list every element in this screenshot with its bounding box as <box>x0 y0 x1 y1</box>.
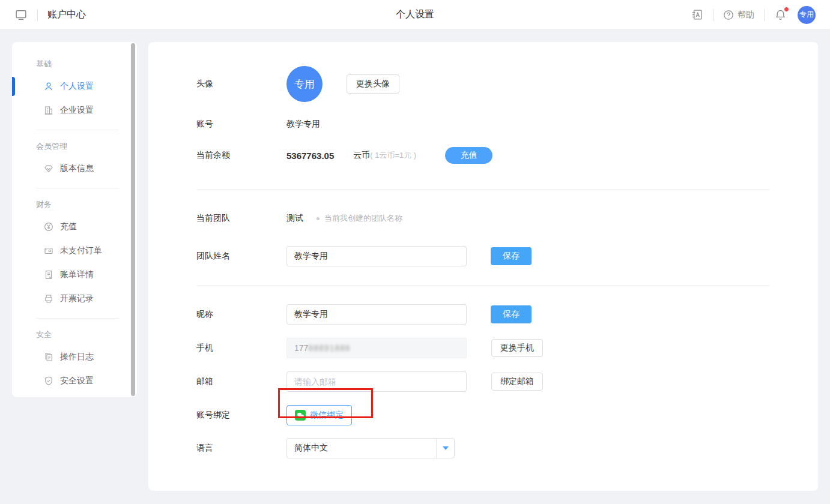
user-icon <box>43 81 54 92</box>
phone-masked-digits: 88891886 <box>308 343 350 353</box>
avatar-label: 头像 <box>196 79 286 89</box>
select-arrow-zone[interactable] <box>436 439 454 458</box>
wallet-icon <box>43 245 54 256</box>
chevron-down-icon <box>443 446 449 450</box>
nickname-row: 昵称 保存 <box>196 302 770 326</box>
email-input[interactable] <box>286 371 467 392</box>
sidebar-item-label: 操作日志 <box>60 352 94 362</box>
bind-email-button[interactable]: 绑定邮箱 <box>491 373 543 391</box>
balance-unit: 云币( 1云币=1元 ) <box>353 150 416 161</box>
phone-row: 手机 177 88891886 更换手机 <box>196 336 770 360</box>
sidebar-item-label: 充值 <box>60 221 77 232</box>
invoice-icon <box>43 293 54 304</box>
help-label: 帮助 <box>738 10 754 20</box>
avatar-row: 头像 专用 更换头像 <box>196 66 770 102</box>
yen-circle-icon <box>43 221 54 232</box>
building-icon <box>43 105 54 116</box>
sidebar-item-personal-settings[interactable]: 个人设置 <box>12 74 137 98</box>
wechat-bind-label: 微信绑定 <box>310 410 344 421</box>
active-indicator <box>12 77 15 96</box>
account-binding-row: 账号绑定 微信绑定 <box>196 403 770 427</box>
sidebar-divider <box>36 130 119 130</box>
bill-icon <box>43 269 54 280</box>
save-team-name-button[interactable]: 保存 <box>491 247 532 265</box>
gem-icon <box>43 163 54 174</box>
team-name-label: 团队姓名 <box>196 251 286 262</box>
sidebar-section-membership: 会员管理 <box>12 133 137 157</box>
sidebar-item-version-info[interactable]: 版本信息 <box>12 157 137 181</box>
personal-settings-panel: 头像 专用 更换头像 账号 教学专用 当前余额 5367763.05 云币( 1… <box>148 42 818 491</box>
balance-value: 5367763.05 <box>286 151 334 161</box>
page-title: 个人设置 <box>396 8 434 21</box>
email-label: 邮箱 <box>196 376 286 387</box>
header-user-avatar[interactable]: 专用 <box>798 6 816 24</box>
workspace-monitor-icon[interactable] <box>14 8 28 22</box>
language-select[interactable]: 简体中文 <box>286 438 455 458</box>
team-hint: 当前我创建的团队名称 <box>317 213 402 224</box>
team-name-row: 团队姓名 保存 <box>196 244 770 268</box>
language-label: 语言 <box>196 443 286 454</box>
sidebar-item-unpaid-orders[interactable]: 未支付订单 <box>12 239 137 263</box>
log-icon <box>43 352 54 362</box>
sidebar-section-security: 安全 <box>12 321 137 345</box>
save-nickname-button[interactable]: 保存 <box>491 305 532 323</box>
top-header: 账户中心 个人设置 帮助 <box>0 0 830 30</box>
account-label: 账号 <box>196 119 286 130</box>
sidebar-item-recharge[interactable]: 充值 <box>12 215 137 239</box>
account-row: 账号 教学专用 <box>196 112 770 136</box>
sidebar-item-label: 安全设置 <box>60 376 94 386</box>
team-value: 测试 <box>286 213 303 224</box>
team-name-input[interactable] <box>286 246 467 266</box>
binding-label: 账号绑定 <box>196 410 286 421</box>
sidebar-item-label: 个人设置 <box>60 81 94 92</box>
email-row: 邮箱 绑定邮箱 <box>196 370 770 394</box>
phone-label: 手机 <box>196 343 286 353</box>
sidebar-item-enterprise-settings[interactable]: 企业设置 <box>12 98 137 122</box>
phone-field-disabled: 177 88891886 <box>286 338 467 358</box>
language-selected-value: 简体中文 <box>287 443 436 454</box>
sidebar-item-label: 版本信息 <box>60 163 94 174</box>
wechat-icon <box>295 410 306 421</box>
sidebar-item-bill-details[interactable]: 账单详情 <box>12 263 137 287</box>
shield-check-icon <box>43 376 54 386</box>
recharge-button[interactable]: 充值 <box>445 147 492 164</box>
change-avatar-button[interactable]: 更换头像 <box>347 74 399 94</box>
balance-label: 当前余额 <box>196 150 286 161</box>
language-row: 语言 简体中文 <box>196 436 770 460</box>
current-team-row: 当前团队 测试 当前我创建的团队名称 <box>196 206 770 230</box>
sidebar-item-label: 未支付订单 <box>60 245 102 256</box>
sidebar-item-label: 企业设置 <box>60 105 94 116</box>
wechat-bind-button[interactable]: 微信绑定 <box>286 405 352 425</box>
sidebar-item-label: 账单详情 <box>60 269 94 280</box>
header-divider <box>37 9 38 21</box>
notifications-bell-icon[interactable] <box>774 8 787 21</box>
section-divider <box>196 189 770 190</box>
sidebar-divider <box>36 318 119 319</box>
profile-avatar: 专用 <box>286 66 323 102</box>
sidebar-section-finance: 财务 <box>12 191 137 215</box>
app-title: 账户中心 <box>47 8 86 21</box>
phone-prefix: 177 <box>294 343 308 353</box>
translate-icon[interactable] <box>691 8 703 21</box>
help-button[interactable]: 帮助 <box>723 10 754 20</box>
account-value: 教学专用 <box>286 119 320 130</box>
sidebar-item-operation-log[interactable]: 操作日志 <box>12 345 137 369</box>
sidebar-scrollbar[interactable] <box>131 43 135 396</box>
nickname-label: 昵称 <box>196 309 286 320</box>
balance-row: 当前余额 5367763.05 云币( 1云币=1元 ) 充值 <box>196 143 770 167</box>
sidebar-item-security-settings[interactable]: 安全设置 <box>12 369 137 393</box>
question-circle-icon <box>723 10 734 20</box>
section-divider <box>196 285 770 286</box>
team-label: 当前团队 <box>196 213 286 224</box>
settings-sidebar: 基础 个人设置 企业设置 会员管理 版本信息 财务 <box>12 42 137 397</box>
sidebar-divider <box>36 188 119 188</box>
header-divider <box>764 9 765 21</box>
balance-note: ( 1云币=1元 ) <box>370 151 416 160</box>
notification-dot <box>784 7 789 12</box>
sidebar-item-invoice-records[interactable]: 开票记录 <box>12 287 137 311</box>
nickname-input[interactable] <box>286 304 467 325</box>
change-phone-button[interactable]: 更换手机 <box>491 339 543 357</box>
header-divider <box>713 9 713 21</box>
sidebar-section-basic: 基础 <box>12 50 137 74</box>
sidebar-item-label: 开票记录 <box>60 293 94 304</box>
